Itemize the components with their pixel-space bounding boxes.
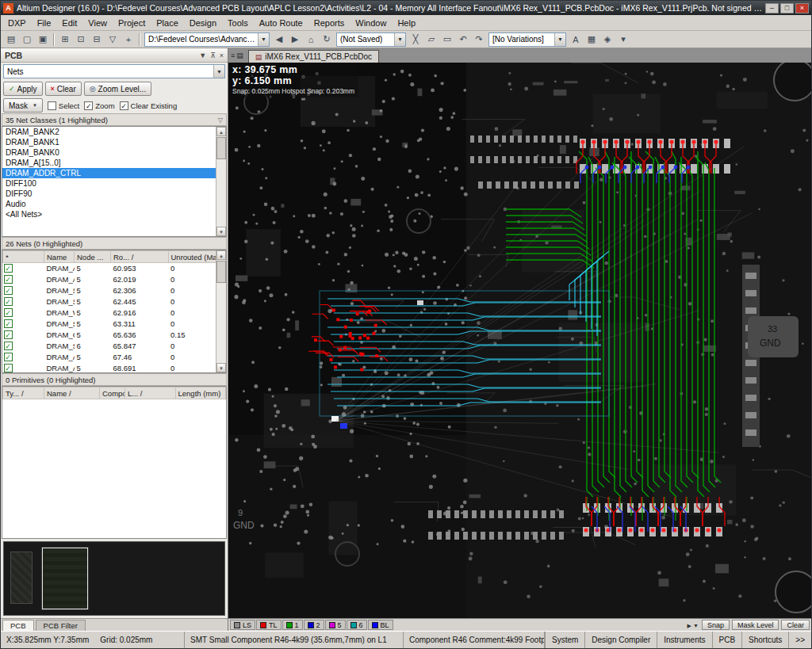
nets-column-header[interactable]: Node ...: [75, 251, 111, 263]
zoom-level-button[interactable]: ◎ Zoom Level...: [84, 82, 151, 96]
undo-icon[interactable]: ↶: [455, 32, 471, 47]
menu-item[interactable]: Auto Route: [254, 17, 308, 29]
documents-grid-icon[interactable]: ▤: [236, 52, 243, 59]
save-icon[interactable]: ▣: [35, 32, 51, 47]
layerbar-button[interactable]: Snap: [702, 620, 730, 630]
layer-tab[interactable]: 6: [347, 620, 367, 630]
chevron-down-icon[interactable]: ▼: [258, 33, 269, 46]
net-classes-scrollbar[interactable]: ▲ ▼: [216, 127, 226, 236]
scroll-down-icon[interactable]: ▼: [216, 227, 226, 236]
net-visible-checkbox[interactable]: ✓: [4, 364, 13, 372]
net-visible-checkbox[interactable]: ✓: [4, 342, 13, 350]
statusbar-panel-button[interactable]: Instruments: [657, 632, 711, 648]
nets-column-header[interactable]: Name: [44, 251, 75, 263]
refresh-icon[interactable]: ↻: [319, 32, 335, 47]
variations-combo[interactable]: [No Variations] ▼: [488, 32, 566, 47]
layerbar-button[interactable]: Clear: [781, 620, 810, 630]
filter-icon[interactable]: ▽: [105, 32, 121, 47]
net-visible-checkbox[interactable]: ✓: [4, 330, 13, 339]
clear-button[interactable]: × Clear: [45, 82, 82, 96]
annotate-icon[interactable]: A: [568, 32, 584, 47]
layerbar-button[interactable]: Mask Level: [732, 620, 779, 630]
apply-button[interactable]: ✓ Apply: [3, 82, 43, 96]
net-class-item[interactable]: DIFF100: [2, 178, 226, 189]
panel-tab[interactable]: PCB Filter: [36, 620, 86, 631]
scroll-up-icon[interactable]: ▲: [216, 127, 226, 136]
statusbar-panel-button[interactable]: Shortcuts: [741, 632, 788, 648]
home-icon[interactable]: ⌂: [303, 32, 319, 47]
scrollbar-thumb[interactable]: [216, 137, 226, 159]
statusbar-panel-button[interactable]: PCB: [712, 632, 742, 648]
open-any-document-icon[interactable]: ▤: [3, 32, 19, 47]
scroll-down-icon[interactable]: ▼: [216, 363, 226, 372]
layer-tab[interactable]: TL: [256, 620, 282, 630]
primitives-column-header[interactable]: Length (mm): [175, 387, 226, 399]
net-row[interactable]: ✓ DRAM_SI 5 63.311 0: [3, 319, 226, 330]
menu-item[interactable]: Help: [392, 17, 421, 29]
net-class-item[interactable]: DRAM_BANK2: [2, 127, 226, 137]
minimize-button[interactable]: –: [765, 3, 779, 13]
paste-icon[interactable]: ▭: [439, 32, 455, 47]
primitives-column-header[interactable]: Component: [100, 387, 125, 399]
menu-item[interactable]: Design: [184, 17, 222, 29]
net-row[interactable]: ✓ DRAM_A 5 62.019 0: [3, 274, 226, 285]
filter-funnel-icon[interactable]: ▽: [218, 116, 223, 124]
preferences-icon[interactable]: ◈: [599, 32, 615, 47]
net-visible-checkbox[interactable]: ✓: [4, 297, 13, 306]
clear-existing-checkbox[interactable]: ✓ Clear Existing: [120, 101, 178, 110]
menu-item[interactable]: Project: [113, 17, 151, 29]
net-class-item[interactable]: <All Nets>: [2, 209, 226, 220]
open-document-icon[interactable]: ▢: [19, 32, 35, 47]
net-visible-checkbox[interactable]: ✓: [4, 319, 13, 328]
layer-tab[interactable]: 1: [282, 620, 303, 630]
scroll-up-icon[interactable]: ▲: [216, 250, 226, 260]
cut-icon[interactable]: ╳: [408, 32, 423, 47]
layer-tab[interactable]: 2: [304, 620, 324, 630]
mask-dropdown-button[interactable]: Mask ▼: [3, 98, 43, 113]
board-preview[interactable]: [3, 541, 225, 616]
statusbar-panel-button[interactable]: Design Compiler: [584, 632, 657, 648]
menu-item[interactable]: Tools: [222, 17, 254, 29]
more-dropdown-icon[interactable]: ▾: [615, 32, 631, 47]
net-visible-checkbox[interactable]: ✓: [4, 353, 13, 361]
documents-list-icon[interactable]: ≡: [231, 52, 235, 59]
cross-probe-icon[interactable]: +: [121, 32, 136, 47]
layer-tab[interactable]: BL: [368, 620, 393, 630]
net-class-item[interactable]: DIFF90: [2, 189, 226, 199]
grid-icon[interactable]: ▦: [584, 32, 599, 47]
menu-item[interactable]: DXP: [2, 17, 32, 29]
fit-document-icon[interactable]: ⊞: [57, 32, 73, 47]
primitives-column-header[interactable]: Ty... /: [3, 387, 44, 399]
layer-dropdown-icon[interactable]: ▼: [692, 623, 699, 628]
panel-tab[interactable]: PCB: [2, 620, 34, 631]
layer-scroll-icon[interactable]: ▶: [687, 623, 692, 628]
nets-scrollbar[interactable]: ▲ ▼: [216, 250, 226, 372]
forward-icon[interactable]: ▶: [287, 32, 303, 47]
saved-state-combo[interactable]: (Not Saved) ▼: [336, 32, 406, 47]
net-visible-checkbox[interactable]: ✓: [4, 286, 13, 295]
menu-item[interactable]: Edit: [56, 17, 82, 29]
net-row[interactable]: ✓ DRAM_W 5 62.916 0: [3, 307, 226, 319]
chevron-down-icon[interactable]: ▼: [554, 33, 565, 46]
menu-item[interactable]: Reports: [308, 17, 350, 29]
back-icon[interactable]: ◀: [271, 32, 287, 47]
panel-dropdown-icon[interactable]: ▼: [199, 52, 206, 59]
net-row[interactable]: ✓ DRAM_SI 6 65.847 0: [3, 341, 226, 352]
panel-mode-combo[interactable]: Nets ▼: [3, 64, 225, 78]
statusbar-panel-button[interactable]: System: [545, 632, 584, 648]
document-tab[interactable]: ▤ iMX6 Rex_V111_PCB.PcbDoc: [248, 50, 379, 63]
chevron-down-icon[interactable]: ▼: [213, 65, 224, 78]
net-row[interactable]: ✓ DRAM_C 5 65.636 0.15: [3, 330, 226, 341]
scrollbar-thumb[interactable]: [216, 261, 226, 283]
redo-icon[interactable]: ↷: [471, 32, 487, 47]
net-class-item[interactable]: Audio: [2, 199, 226, 209]
close-button[interactable]: ×: [795, 3, 809, 13]
menu-item[interactable]: View: [82, 17, 113, 29]
layer-tab[interactable]: LS: [230, 620, 255, 630]
net-visible-checkbox[interactable]: ✓: [4, 308, 13, 317]
net-row[interactable]: ✓ DRAM_A 5 60.953 0: [3, 263, 226, 274]
menu-item[interactable]: Window: [350, 17, 392, 29]
zoom-area-icon[interactable]: ⊡: [73, 32, 89, 47]
nets-column-header[interactable]: Ro... /: [111, 251, 169, 263]
net-class-item[interactable]: DRAM_ADDR_CTRL: [2, 168, 226, 178]
